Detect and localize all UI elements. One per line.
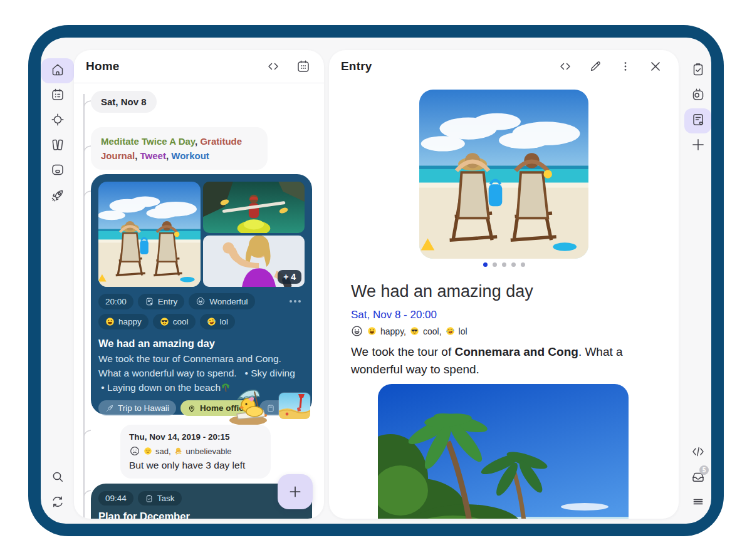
screenshot-stage: Home Sat, Nov 8 Meditate Twice A Day, Gr… [0, 0, 752, 560]
inbox-badge: 5 [699, 465, 709, 475]
time-pill[interactable]: 20:00 [98, 294, 133, 309]
sidebar-item-search[interactable] [45, 465, 70, 490]
sidebar-item-archive[interactable] [45, 158, 70, 184]
sidebar-item-agenda[interactable] [45, 83, 70, 108]
note-card[interactable]: Thu, Nov 14, 2019 - 20:15 sad, unbelieva… [120, 425, 271, 479]
home-icon [50, 62, 65, 80]
mood-tag-pill[interactable]: lol [200, 314, 236, 329]
cool-emoji [410, 326, 419, 336]
timeline-branch [83, 99, 91, 108]
sidebar-item-explore[interactable] [45, 184, 70, 209]
search-icon [50, 469, 65, 487]
library-icon [50, 137, 65, 155]
grin-emoji [105, 317, 115, 326]
rail-item-code[interactable] [686, 440, 711, 465]
entry-card[interactable]: + 4 20:00 Entry Wonderful [91, 174, 312, 415]
lol-emoji [207, 317, 216, 326]
close-button[interactable] [647, 58, 664, 75]
calendar-button[interactable] [295, 58, 311, 75]
entry-type-pill[interactable]: Entry [138, 294, 185, 309]
photo-collage: + 4 [98, 182, 305, 287]
task-time-pill: 09:44 [98, 491, 133, 506]
edit-button[interactable] [587, 58, 603, 75]
sad-face-icon [129, 445, 140, 457]
timeline-branch [83, 144, 91, 153]
close-icon [648, 59, 663, 74]
grin-face-icon [350, 324, 363, 338]
mood-tag-pill[interactable]: cool [153, 314, 196, 329]
note-body: But we only have 3 day left [129, 460, 262, 471]
sync-icon [50, 494, 65, 512]
pensive-emoji [144, 447, 152, 455]
habits-card[interactable]: Meditate Twice A Day, Gratitude Journal,… [91, 127, 268, 170]
archive-icon [50, 162, 65, 180]
timeline-branch [83, 489, 91, 497]
kayak-photo[interactable] [203, 182, 305, 233]
sidebar-item-sync[interactable] [45, 490, 70, 516]
home-panel: Home Sat, Nov 8 Meditate Twice A Day, Gr… [74, 50, 324, 519]
entry-mood-row: happy, cool, lol [350, 324, 467, 338]
add-entry-button[interactable] [278, 474, 313, 509]
menu-icon [691, 494, 706, 512]
tag-pill-trip[interactable]: Trip to Hawaii [98, 400, 176, 416]
carousel-dot-active [483, 262, 488, 267]
edit-icon [588, 60, 602, 73]
code-view-button[interactable] [557, 58, 573, 75]
entry-panel: Entry We had an amazing day Sat, Nov 8 -… [329, 50, 679, 519]
fitness-photo[interactable]: + 4 [203, 236, 305, 287]
habit-item: Workout [171, 150, 209, 161]
timeline-line [83, 94, 85, 519]
pin-icon [187, 404, 196, 413]
rail-item-tasks[interactable] [686, 58, 711, 83]
rail-item-inbox[interactable]: 5 [686, 465, 711, 490]
beach-couple-photo[interactable] [419, 90, 588, 259]
focus-icon [50, 112, 65, 130]
sidebar-item-home[interactable] [45, 58, 70, 83]
mood-pill[interactable]: Wonderful [189, 293, 254, 309]
habit-item: Meditate Twice A Day [101, 136, 195, 147]
entry-title: We had an amazing day [351, 282, 533, 301]
rail-item-menu[interactable] [686, 490, 711, 516]
plus-icon [287, 484, 303, 500]
agenda-icon [50, 87, 65, 105]
duck-umbrella-sticker [227, 386, 276, 425]
beach-couple-photo[interactable] [98, 182, 201, 287]
plus-icon [690, 137, 706, 155]
inbox-icon: 5 [691, 469, 706, 487]
beach-shovel-sticker [279, 393, 310, 419]
palm-trees-photo[interactable] [378, 384, 629, 519]
entry-panel-title: Entry [341, 60, 372, 73]
note-mood-row: sad, unbelievable [129, 445, 262, 457]
tasks-icon [691, 62, 706, 80]
rail-item-entry[interactable] [686, 108, 711, 133]
timeline-branch [83, 428, 91, 437]
mood-tag-pill[interactable]: happy [98, 314, 149, 329]
cool-emoji [160, 317, 169, 326]
sidebar-item-library[interactable] [45, 133, 70, 158]
code-icon [691, 444, 706, 462]
header-divider [74, 83, 324, 83]
more-button[interactable] [617, 58, 634, 75]
calendar-icon [296, 59, 311, 74]
code-icon [558, 59, 573, 74]
more-photos-badge: + 4 [278, 270, 301, 284]
rail-item-timer[interactable] [686, 83, 711, 108]
more-icon[interactable] [290, 300, 301, 303]
entry-date-link[interactable]: Sat, Nov 8 - 20:00 [351, 309, 437, 321]
timeline-branch [83, 189, 91, 198]
home-panel-header: Home [74, 50, 324, 83]
date-badge[interactable]: Sat, Nov 8 [91, 91, 157, 113]
entry-icon [691, 112, 706, 130]
habit-item: Tweet [140, 150, 166, 161]
sidebar-item-focus[interactable] [45, 108, 70, 133]
timer-icon [691, 87, 706, 105]
rocket-icon [105, 404, 114, 413]
smiley-icon [196, 296, 206, 306]
facepalm-emoji [174, 447, 183, 455]
code-view-button[interactable] [265, 58, 281, 75]
rail-item-add[interactable] [686, 133, 711, 158]
carousel-dots[interactable] [329, 262, 679, 267]
app-window: Home Sat, Nov 8 Meditate Twice A Day, Gr… [41, 38, 711, 524]
task-icon [145, 494, 154, 503]
entry-panel-header: Entry [329, 50, 679, 83]
